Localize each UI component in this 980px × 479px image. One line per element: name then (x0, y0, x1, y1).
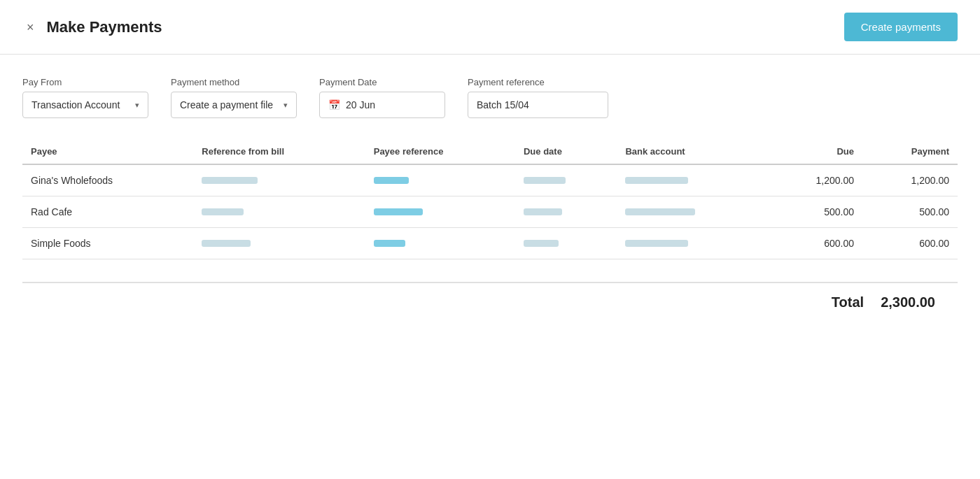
payment-method-select[interactable]: Create a payment file ▾ (171, 92, 297, 118)
payee-name: Rad Cafe (22, 196, 193, 228)
skeleton-bar (524, 177, 566, 184)
due-amount: 1,200.00 (767, 164, 862, 196)
bank-account-cell (617, 164, 767, 196)
payment-reference-label: Payment reference (468, 77, 608, 87)
pay-from-group: Pay From Transaction Account ▾ (22, 77, 148, 118)
due-date-cell (515, 228, 617, 259)
payee-reference-cell (365, 164, 515, 196)
skeleton-bar-blue (374, 208, 423, 215)
payee-name: Gina's Wholefoods (22, 164, 193, 196)
bank-account-cell (617, 196, 767, 228)
payment-method-value: Create a payment file (180, 99, 273, 110)
col-payment: Payment (862, 139, 958, 164)
col-due: Due (767, 139, 862, 164)
table-row: Gina's Wholefoods 1,200.00 1,200.00 (22, 164, 958, 196)
due-date-cell (515, 196, 617, 228)
col-reference-from-bill: Reference from bill (193, 139, 365, 164)
payment-amount: 500.00 (862, 196, 958, 228)
page-wrapper: × Make Payments Create payments Pay From… (0, 0, 980, 479)
payment-reference-group: Payment reference (468, 77, 608, 118)
skeleton-bar-blue (374, 240, 405, 247)
skeleton-bar (625, 208, 695, 215)
total-row: Total 2,300.00 (22, 282, 958, 310)
table-header-row: Payee Reference from bill Payee referenc… (22, 139, 958, 164)
payee-reference-cell (365, 196, 515, 228)
table-row: Rad Cafe 500.00 500.00 (22, 196, 958, 228)
due-amount: 600.00 (767, 228, 862, 259)
payment-amount: 1,200.00 (862, 164, 958, 196)
col-payee: Payee (22, 139, 193, 164)
table-section: Payee Reference from bill Payee referenc… (0, 132, 980, 282)
page-title: Make Payments (47, 18, 162, 36)
payment-method-group: Payment method Create a payment file ▾ (171, 77, 297, 118)
skeleton-bar (625, 177, 688, 184)
pay-from-label: Pay From (22, 77, 148, 87)
chevron-down-icon: ▾ (284, 101, 288, 110)
skeleton-bar (202, 177, 258, 184)
header: × Make Payments Create payments (0, 0, 980, 55)
col-payee-reference: Payee reference (365, 139, 515, 164)
skeleton-bar-blue (374, 177, 409, 184)
pay-from-select[interactable]: Transaction Account ▾ (22, 92, 148, 118)
payment-reference-input[interactable] (468, 92, 608, 118)
payments-table: Payee Reference from bill Payee referenc… (22, 139, 958, 259)
pay-from-value: Transaction Account (31, 99, 120, 110)
chevron-down-icon: ▾ (135, 101, 139, 110)
skeleton-bar (202, 208, 244, 215)
reference-from-bill-cell (193, 228, 365, 259)
col-due-date: Due date (515, 139, 617, 164)
payment-date-label: Payment Date (319, 77, 445, 87)
payment-date-input[interactable]: 📅 20 Jun (319, 92, 445, 118)
skeleton-bar (625, 240, 688, 247)
total-value: 2,300.00 (881, 294, 935, 310)
total-label: Total (832, 294, 864, 310)
form-section: Pay From Transaction Account ▾ Payment m… (0, 55, 980, 132)
skeleton-bar (202, 240, 251, 247)
payment-method-label: Payment method (171, 77, 297, 87)
due-amount: 500.00 (767, 196, 862, 228)
table-row: Simple Foods 600.00 600.00 (22, 228, 958, 259)
col-bank-account: Bank account (617, 139, 767, 164)
reference-from-bill-cell (193, 164, 365, 196)
header-left: × Make Payments (22, 18, 162, 36)
reference-from-bill-cell (193, 196, 365, 228)
payee-name: Simple Foods (22, 228, 193, 259)
bank-account-cell (617, 228, 767, 259)
payee-reference-cell (365, 228, 515, 259)
close-button[interactable]: × (22, 20, 38, 35)
payment-date-value: 20 Jun (346, 99, 375, 110)
skeleton-bar (524, 208, 562, 215)
create-payments-button[interactable]: Create payments (844, 13, 958, 41)
due-date-cell (515, 164, 617, 196)
calendar-icon: 📅 (328, 99, 340, 110)
payment-date-group: Payment Date 📅 20 Jun (319, 77, 445, 118)
payment-amount: 600.00 (862, 228, 958, 259)
skeleton-bar (524, 240, 559, 247)
